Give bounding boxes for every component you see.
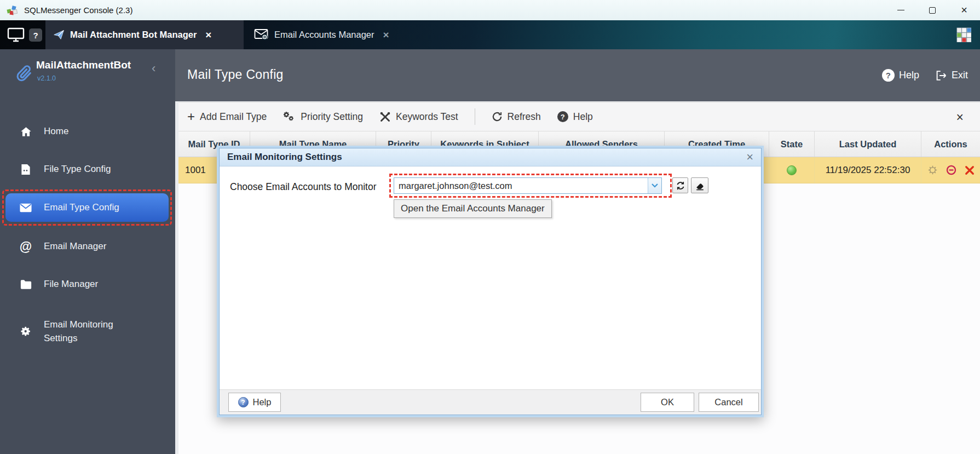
tools-icon <box>379 111 391 123</box>
envelope-icon <box>20 203 32 212</box>
ok-button[interactable]: OK <box>641 393 694 412</box>
dialog-close-icon[interactable]: × <box>746 151 753 163</box>
close-window-button[interactable]: × <box>948 0 980 20</box>
tab-close-icon[interactable]: × <box>205 29 211 41</box>
tab-close-icon[interactable]: × <box>383 29 389 41</box>
toolbar-help-button[interactable]: ? Help <box>557 111 593 123</box>
row-disable-icon[interactable] <box>946 164 957 176</box>
keywords-test-button[interactable]: Keywords Test <box>379 111 458 123</box>
dialog-help-button[interactable]: ? Help <box>228 393 281 412</box>
header-help-button[interactable]: ? Help <box>882 69 919 82</box>
column-header-state[interactable]: State <box>769 131 815 157</box>
combobox-value: margaret.johnson@test.com <box>394 178 648 193</box>
refresh-icon <box>676 181 685 191</box>
help-icon[interactable]: ? <box>29 28 42 42</box>
sidebar-item-label: File Manager <box>44 277 98 291</box>
column-header-last-updated[interactable]: Last Updated <box>815 131 921 157</box>
toolbar-divider <box>475 108 475 125</box>
row-delete-icon[interactable] <box>964 165 975 176</box>
tab-label: Mail Attachment Bot Manager <box>70 30 197 40</box>
state-active-indicator <box>787 165 797 175</box>
sidebar-item-label: File Type Config <box>44 162 111 176</box>
refresh-button[interactable]: Refresh <box>492 111 541 123</box>
header-exit-button[interactable]: Exit <box>936 70 968 81</box>
sidebar-item-file-manager[interactable]: File Manager <box>0 272 175 297</box>
cancel-button[interactable]: Cancel <box>699 393 759 412</box>
dialog-titlebar[interactable]: Email Monitoring Settings × <box>220 148 761 166</box>
sidebar-item-label: Home <box>44 124 68 139</box>
paperclip-icon <box>15 64 33 83</box>
help-icon: ? <box>882 69 895 82</box>
refresh-icon <box>492 111 503 122</box>
state-cell <box>769 157 815 183</box>
file-code-icon <box>20 164 32 175</box>
help-icon: ? <box>238 397 249 407</box>
last-updated-cell: 11/19/2025 22:52:30 <box>815 157 921 183</box>
sidebar-item-home[interactable]: Home <box>0 119 175 144</box>
combobox-tooltip: Open the Email Accounts Manager <box>394 199 552 218</box>
minimize-icon <box>897 10 904 10</box>
column-header-actions[interactable]: Actions <box>921 131 980 157</box>
sidebar-collapse-icon[interactable]: ‹ <box>152 61 155 76</box>
header-actions: ? Help Exit <box>882 69 968 82</box>
maximize-button[interactable] <box>916 0 948 20</box>
dialog-body: Choose Email Accounts to Monitor margare… <box>220 166 761 389</box>
cubes-logo-icon <box>956 27 971 42</box>
tab-label: Email Accounts Manager <box>274 30 374 40</box>
email-monitoring-settings-dialog: Email Monitoring Settings × Choose Email… <box>217 146 764 417</box>
sidebar-item-email-manager[interactable]: @ Email Manager <box>0 234 175 259</box>
sidebar-item-label: Email Type Config <box>44 200 119 215</box>
gear-icon <box>20 326 32 337</box>
envelope-gear-icon <box>254 28 269 41</box>
sidebar-item-file-type-config[interactable]: File Type Config <box>0 157 175 182</box>
toolbar: + Add Email Type Priority Setting Keywor… <box>178 102 980 131</box>
window-titlebar: SQLMessenger Console (2.3) × <box>0 0 980 20</box>
email-account-combobox[interactable]: margaret.johnson@test.com <box>394 177 662 194</box>
exit-icon <box>936 70 947 81</box>
priority-setting-button[interactable]: Priority Setting <box>283 111 363 123</box>
dialog-footer: ? Help OK Cancel <box>220 389 761 415</box>
monitor-icon[interactable] <box>7 27 25 42</box>
page-title: Mail Type Config <box>187 67 284 82</box>
bot-app-icon <box>53 29 65 41</box>
chevron-down-icon[interactable] <box>648 178 661 193</box>
window-title: SQLMessenger Console (2.3) <box>24 5 132 15</box>
sidebar-item-email-monitoring-settings[interactable]: Email Monitoring Settings <box>0 315 175 348</box>
tab-email-accounts-manager[interactable]: Email Accounts Manager × <box>246 20 403 49</box>
folder-icon <box>20 280 32 289</box>
brand-version: v2.1.0 <box>37 74 56 82</box>
refresh-accounts-button[interactable] <box>672 177 688 193</box>
clear-selection-button[interactable] <box>691 177 708 193</box>
gears-icon <box>283 111 296 123</box>
minimize-button[interactable] <box>885 0 916 20</box>
dialog-title: Email Monitoring Settings <box>227 152 342 163</box>
maximize-icon <box>929 7 936 14</box>
sidebar-item-email-type-config[interactable]: Email Type Config <box>5 193 169 222</box>
tab-bar: ? Mail Attachment Bot Manager × Email Ac… <box>0 20 980 49</box>
row-settings-icon[interactable] <box>927 164 938 176</box>
app-logo-icon <box>7 5 18 16</box>
app-window: SQLMessenger Console (2.3) × ? Mail Atta… <box>0 0 980 454</box>
sidebar: MailAttachmentBot ‹ v2.1.0 Home File Typ… <box>0 49 175 454</box>
actions-cell <box>921 157 980 183</box>
tab-mail-attachment-bot-manager[interactable]: Mail Attachment Bot Manager × <box>45 20 244 49</box>
at-sign-icon: @ <box>20 240 32 253</box>
sidebar-item-label: Email Manager <box>44 239 106 254</box>
eraser-icon <box>695 181 705 191</box>
main-header: Mail Type Config ? Help Exit <box>175 49 980 101</box>
plus-icon: + <box>187 110 195 123</box>
account-select-label: Choose Email Accounts to Monitor <box>230 181 377 193</box>
window-controls: × <box>885 0 980 20</box>
add-email-type-button[interactable]: + Add Email Type <box>187 110 267 123</box>
sidebar-item-label: Email Monitoring Settings <box>44 318 134 346</box>
brand-name: MailAttachmentBot <box>36 59 131 71</box>
home-icon <box>20 126 32 137</box>
help-icon: ? <box>557 111 568 122</box>
panel-close-icon[interactable]: × <box>956 110 964 125</box>
